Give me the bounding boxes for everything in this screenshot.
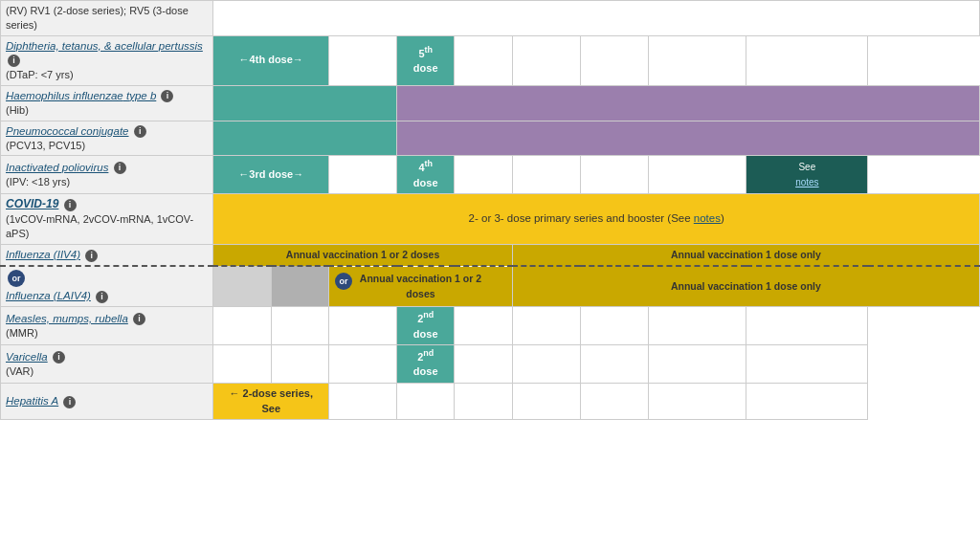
ipv-dose4-cell: 4thdose: [397, 156, 455, 194]
hib-name-cell: Haemophilus influenzae type b i (Hib): [1, 85, 213, 121]
iiv4-link[interactable]: Influenza (IIV4): [6, 249, 80, 260]
mmr-col1: [213, 307, 271, 345]
vaccine-schedule-table: (RV) RV1 (2-dose series); RV5 (3-dose se…: [0, 0, 980, 420]
ipv-col5: [455, 156, 512, 194]
dtap-name-cell: Diphtheria, tetanus, & acellular pertuss…: [1, 35, 213, 85]
dtap-row: Diphtheria, tetanus, & acellular pertuss…: [1, 35, 980, 85]
varicella-link[interactable]: Varicella: [6, 351, 48, 363]
varicella-info-icon[interactable]: i: [53, 351, 65, 364]
or-badge: or: [8, 270, 25, 287]
pcv-link[interactable]: Pneumococcal conjugate: [6, 125, 129, 137]
covid-row: COVID-19 i (1vCOV-mRNA, 2vCOV-mRNA, 1vCO…: [1, 194, 980, 244]
dtap-link[interactable]: Diphtheria, tetanus, & acellular pertuss…: [6, 40, 203, 52]
ipv-link[interactable]: Inactivated poliovirus: [6, 162, 108, 173]
hepa-dose-label: ← 2-dose series, See: [230, 387, 313, 414]
hib-teal-cell: [213, 85, 397, 121]
iiv4-annual2-cell: Annual vaccination 1 dose only: [512, 244, 979, 266]
pcv-name-cell: Pneumococcal conjugate i (PCV13, PCV15): [1, 121, 213, 156]
dtap-dose5-cell: 5thdose: [397, 35, 455, 85]
iiv4-info-icon[interactable]: i: [85, 250, 98, 262]
ipv-seenotes-cell: See notes: [746, 156, 868, 194]
ipv-notes-link[interactable]: notes: [795, 177, 818, 187]
hepa-col3: [329, 383, 397, 419]
hepa-link[interactable]: Hepatitis A: [6, 395, 58, 407]
iiv4-annual1-label: Annual vaccination 1 or 2 doses: [286, 249, 439, 260]
pcv-subtitle: (PCV13, PCV15): [6, 140, 85, 151]
dtap-dose5-label: 5thdose: [413, 48, 438, 75]
var-col1: [213, 345, 271, 384]
ipv-dose3-label: ←3rd dose→: [238, 168, 303, 180]
hib-subtitle: (Hib): [6, 104, 29, 116]
laiv4-or-badge: or: [335, 273, 352, 290]
dtap-dose4-cell: ←4th dose→: [213, 35, 329, 85]
hepa-col7: [580, 383, 648, 419]
laiv4-info-icon[interactable]: i: [96, 291, 108, 303]
var-col8: [648, 345, 746, 384]
laiv4-gray2: [271, 266, 328, 306]
var-col5: [455, 345, 512, 384]
dtap-col6: [512, 35, 580, 85]
hib-link[interactable]: Haemophilus influenzae type b: [6, 90, 156, 101]
dtap-col8: [648, 35, 746, 85]
hepa-info-icon[interactable]: i: [63, 396, 76, 408]
pcv-info-icon[interactable]: i: [134, 125, 146, 138]
covid-info-icon[interactable]: i: [64, 199, 77, 211]
mmr-col5: [455, 307, 512, 345]
mmr-col7: [580, 307, 648, 345]
ipv-col7: [580, 156, 648, 194]
mmr-col9: [746, 307, 868, 345]
covid-series-cell: 2- or 3- dose primary series and booster…: [213, 194, 980, 244]
var-col9: [746, 345, 868, 384]
var-col3: [329, 345, 397, 384]
rv-label: (RV) RV1 (2-dose series); RV5 (3-dose se…: [6, 5, 189, 31]
rv-name-cell: (RV) RV1 (2-dose series); RV5 (3-dose se…: [1, 1, 213, 36]
iiv4-row: Influenza (IIV4) i Annual vaccination 1 …: [1, 244, 980, 266]
dtap-dose4-label: ←4th dose→: [239, 54, 303, 65]
laiv4-annual1-cell: or Annual vaccination 1 or 2doses: [329, 266, 513, 306]
laiv4-gray1: [213, 266, 271, 306]
dtap-subtitle: (DTaP: <7 yrs): [6, 69, 74, 80]
dtap-col7: [580, 35, 648, 85]
var-dose2-cell: 2nddose: [397, 345, 455, 384]
rv-cols: [213, 1, 980, 36]
varicella-subtitle: (VAR): [6, 365, 33, 377]
dtap-info-icon[interactable]: i: [8, 55, 20, 67]
table-row: (RV) RV1 (2-dose series); RV5 (3-dose se…: [1, 1, 980, 36]
mmr-row: Measles, mumps, rubella i (MMR) 2nddose: [1, 307, 980, 345]
var-col2: [271, 345, 328, 384]
dtap-col3: [329, 35, 397, 85]
covid-notes-link[interactable]: notes: [694, 212, 721, 224]
pcv-teal-cell: [213, 121, 397, 156]
iiv4-annual2-label: Annual vaccination 1 dose only: [671, 249, 821, 260]
pcv-purple-cell: [397, 121, 980, 156]
iiv4-annual1-cell: Annual vaccination 1 or 2 doses: [213, 244, 512, 266]
covid-subtitle: (1vCOV-mRNA, 2vCOV-mRNA, 1vCOV-aPS): [6, 213, 193, 239]
hepa-col8: [648, 383, 746, 419]
laiv4-link[interactable]: Influenza (LAIV4): [6, 290, 91, 301]
mmr-info-icon[interactable]: i: [133, 313, 145, 325]
hepa-col4: [397, 383, 455, 419]
hepa-col5: [455, 383, 512, 419]
hepa-col6: [512, 383, 580, 419]
iiv4-name-cell: Influenza (IIV4) i: [1, 244, 213, 266]
ipv-col8: [648, 156, 746, 194]
covid-name-cell: COVID-19 i (1vCOV-mRNA, 2vCOV-mRNA, 1vCO…: [1, 194, 213, 244]
var-dose2-label: 2nddose: [413, 351, 438, 378]
laiv4-name-cell: or Influenza (LAIV4) i: [1, 266, 213, 306]
mmr-col2: [271, 307, 328, 345]
ipv-info-icon[interactable]: i: [114, 162, 126, 174]
ipv-col6: [512, 156, 580, 194]
mmr-link[interactable]: Measles, mumps, rubella: [6, 313, 128, 324]
laiv4-row: or Influenza (LAIV4) i or Annual vaccina…: [1, 266, 980, 306]
hib-info-icon[interactable]: i: [161, 90, 173, 102]
pcv-row: Pneumococcal conjugate i (PCV13, PCV15): [1, 121, 980, 156]
hib-purple-cell: [397, 85, 980, 121]
ipv-dose4-label: 4thdose: [413, 162, 438, 188]
mmr-col6: [512, 307, 580, 345]
covid-link[interactable]: COVID-19: [6, 197, 58, 210]
mmr-subtitle: (MMR): [6, 327, 38, 339]
covid-series-text: 2- or 3- dose primary series and booster…: [469, 212, 724, 224]
laiv4-annual2-cell: Annual vaccination 1 dose only: [512, 266, 979, 306]
var-col7: [580, 345, 648, 384]
laiv4-annual2-label: Annual vaccination 1 dose only: [671, 280, 821, 292]
